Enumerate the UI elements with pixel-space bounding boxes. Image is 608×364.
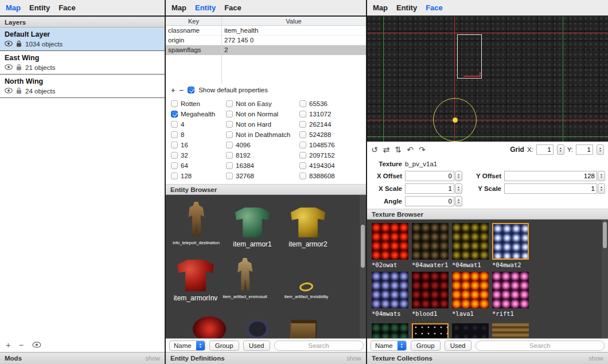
flag-item[interactable]: Megahealth (171, 109, 226, 119)
grid-x-stepper[interactable]: ▲▼ (557, 144, 564, 155)
used-button[interactable]: Used (445, 340, 471, 351)
property-value[interactable]: item_health (221, 27, 366, 34)
flag-item[interactable]: 8 (171, 130, 226, 140)
entity-thumb-partial[interactable] (286, 320, 321, 338)
flag-item[interactable]: 1048576 (299, 140, 361, 150)
flag-checkbox[interactable] (171, 152, 178, 159)
flag-item[interactable]: Not on Hard (226, 119, 299, 130)
flag-checkbox[interactable] (299, 162, 306, 169)
flag-checkbox[interactable] (171, 173, 178, 179)
flag-checkbox[interactable] (226, 121, 233, 128)
flag-item[interactable]: 4194304 (299, 161, 361, 171)
property-value[interactable]: 2 (221, 46, 366, 53)
flag-item[interactable]: Not in Deathmatch (226, 130, 299, 140)
tab-entity[interactable]: Entity (396, 3, 417, 12)
flip-horizontal-icon[interactable]: ⇄ (383, 145, 390, 154)
tab-face[interactable]: Face (224, 3, 241, 12)
entity-thumb-partial[interactable] (240, 319, 275, 338)
texture-thumb-partial[interactable] (412, 323, 452, 338)
texture-thumb[interactable]: *rift1 (492, 272, 532, 317)
flag-item[interactable]: Not on Normal (226, 109, 299, 119)
flag-item[interactable]: 131072 (299, 109, 361, 119)
entity-definitions-show-link[interactable]: show (346, 355, 361, 362)
flag-checkbox[interactable] (226, 152, 233, 159)
grid-y-stepper[interactable]: ▲▼ (597, 144, 604, 155)
flag-checkbox[interactable] (171, 142, 178, 148)
column-divider[interactable] (221, 17, 222, 84)
flag-item[interactable]: 524288 (299, 130, 361, 140)
entity-thumb[interactable]: item_artifact_envirosuit (215, 257, 275, 299)
flag-checkbox[interactable] (226, 142, 233, 148)
texture-thumb[interactable]: *lava1 (452, 272, 492, 317)
tab-entity[interactable]: Entity (29, 3, 50, 12)
group-button[interactable]: Group (411, 340, 441, 351)
entity-thumb[interactable]: item_armor2 (279, 201, 337, 248)
flag-checkbox[interactable] (299, 111, 306, 118)
grid-y-input[interactable] (576, 144, 593, 155)
flag-item[interactable]: 32 (171, 150, 226, 161)
property-row-selected[interactable]: spawnflags 2 (166, 45, 366, 55)
texture-search-field[interactable] (476, 340, 605, 351)
eye-icon[interactable] (5, 41, 13, 48)
texture-thumb-partial[interactable] (372, 323, 412, 338)
texture-thumb-partial[interactable] (492, 323, 532, 338)
tab-entity[interactable]: Entity (195, 3, 216, 12)
flag-item[interactable]: 8388608 (299, 171, 361, 181)
flag-checkbox[interactable] (226, 100, 233, 107)
flag-checkbox[interactable] (226, 131, 233, 138)
tab-map[interactable]: Map (6, 3, 21, 12)
entity-browser[interactable]: info_teleport_destination item_armor1 it… (166, 195, 366, 338)
texture-thumb-selected[interactable]: *04mwat2 (492, 223, 532, 268)
angle-stepper[interactable]: ▲▼ (455, 196, 462, 206)
entity-search-field[interactable] (274, 340, 364, 351)
used-button[interactable]: Used (243, 340, 270, 351)
remove-property-button[interactable]: − (180, 86, 184, 95)
rotate-cw-icon[interactable]: ↷ (419, 145, 426, 154)
uv-origin-handle[interactable] (453, 118, 458, 123)
x-scale-stepper[interactable]: ▲▼ (455, 183, 462, 194)
lock-icon[interactable] (16, 40, 22, 48)
texture-collections-show-link[interactable]: show (588, 355, 603, 362)
flag-item[interactable]: 128 (171, 171, 226, 181)
flag-checkbox[interactable] (226, 162, 233, 169)
flag-item[interactable]: 262144 (299, 119, 361, 130)
flag-item[interactable]: 65536 (299, 99, 361, 109)
flag-checkbox[interactable] (171, 162, 178, 169)
flip-vertical-icon[interactable]: ⇅ (395, 145, 402, 154)
scrollbar-thumb[interactable] (603, 222, 607, 248)
property-row[interactable]: origin 272 145 0 (166, 36, 366, 45)
flag-checkbox[interactable] (299, 131, 306, 138)
sort-popup[interactable]: Name ▲▼ (371, 340, 407, 351)
flag-checkbox[interactable] (171, 111, 178, 118)
show-default-properties-checkbox[interactable] (188, 87, 194, 93)
flag-item[interactable]: 4096 (226, 140, 299, 150)
flag-checkbox[interactable] (299, 142, 306, 148)
texture-thumb-partial[interactable] (452, 323, 492, 338)
flag-item[interactable]: Rotten (171, 99, 226, 109)
flag-checkbox[interactable] (226, 173, 233, 179)
tab-map[interactable]: Map (373, 3, 388, 12)
sort-popup[interactable]: Name ▲▼ (169, 340, 205, 351)
layer-row[interactable]: Default Layer 1034 objects (0, 28, 165, 51)
add-property-button[interactable]: + (171, 86, 176, 95)
flag-checkbox[interactable] (299, 121, 306, 128)
texture-thumb[interactable]: *blood1 (412, 272, 452, 317)
y-scale-input[interactable] (504, 183, 597, 194)
flag-item[interactable]: 4 (171, 119, 226, 130)
add-layer-button[interactable]: + (6, 340, 11, 350)
entity-thumb[interactable]: info_teleport_destination (167, 201, 225, 245)
grid-x-input[interactable] (536, 144, 554, 155)
property-row[interactable]: classname item_health (166, 26, 366, 36)
entity-search-input[interactable] (275, 341, 363, 350)
toggle-visibility-button[interactable] (32, 340, 41, 350)
scrollbar-thumb[interactable] (361, 225, 365, 268)
flag-checkbox[interactable] (299, 100, 306, 107)
y-offset-stepper[interactable]: ▲▼ (598, 171, 605, 181)
flag-item[interactable]: 16 (171, 140, 226, 150)
flag-checkbox[interactable] (299, 152, 306, 159)
remove-layer-button[interactable]: − (19, 340, 24, 350)
tab-face[interactable]: Face (426, 3, 443, 12)
uv-viewport[interactable] (367, 17, 608, 142)
x-scale-input[interactable] (405, 183, 454, 194)
entity-thumb[interactable]: item_artifact_invisibility (276, 257, 336, 299)
